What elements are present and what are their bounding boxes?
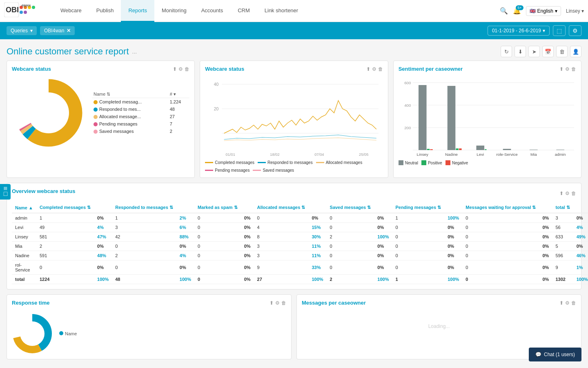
- settings-icon[interactable]: ⚙: [178, 66, 183, 72]
- nav-accounts[interactable]: Accounts: [194, 0, 230, 22]
- cell-pending-pct: 100%: [444, 275, 462, 284]
- cell-responded: 2: [112, 251, 176, 260]
- settings-icon[interactable]: ⚙: [565, 66, 570, 72]
- col-waiting[interactable]: Messages waiting for approval ⇅: [462, 202, 539, 213]
- upload-icon[interactable]: ⬆: [559, 66, 564, 72]
- col-pending[interactable]: Pending messages ⇅: [392, 202, 444, 213]
- settings-icon[interactable]: ⚙: [565, 300, 570, 306]
- cell-responded: 0: [112, 260, 176, 275]
- user-button[interactable]: 👤: [570, 46, 581, 57]
- cell-waiting-pct: 0%: [539, 260, 552, 275]
- col-total[interactable]: total ⇅: [552, 202, 573, 213]
- card-title: Webcare status: [12, 66, 51, 72]
- legend-dot: [94, 130, 98, 134]
- delete-button[interactable]: 🗑: [556, 46, 568, 57]
- cell-pending: 0: [392, 223, 444, 232]
- active-filter-label: OBI4wan: [44, 28, 64, 34]
- cell-name: Mia: [12, 242, 36, 251]
- search-button[interactable]: 🔍: [500, 7, 508, 15]
- card-header: Webcare status ⬆ ⚙ 🗑: [205, 66, 383, 72]
- col-allocated[interactable]: Allocated messages ⇅: [254, 202, 309, 213]
- donut-chart: [12, 76, 85, 150]
- cell-pending: 1: [392, 213, 444, 223]
- more-options-dots[interactable]: ...: [132, 48, 137, 55]
- delete-icon[interactable]: 🗑: [571, 66, 576, 72]
- cell-total: 3: [552, 213, 573, 223]
- active-filter-chip[interactable]: OBI4wan ✕: [40, 26, 75, 35]
- nav-webcare[interactable]: Webcare: [53, 0, 89, 22]
- settings-button[interactable]: ⚙: [569, 25, 581, 36]
- user-menu-button[interactable]: Linsey ▾: [566, 8, 584, 14]
- cell-waiting-pct: 0%: [539, 232, 552, 242]
- legend-color: [316, 162, 324, 163]
- settings-icon[interactable]: ⚙: [372, 66, 376, 72]
- cell-responded-pct: 0%: [176, 242, 194, 251]
- cell-allocated-pct: 15%: [308, 223, 326, 232]
- upload-icon[interactable]: ⬆: [173, 66, 177, 72]
- settings-icon[interactable]: ⚙: [565, 191, 570, 196]
- cell-total-pct: 1%: [573, 260, 588, 275]
- remove-filter-icon[interactable]: ✕: [67, 28, 71, 34]
- date-range-label: 01-1-2019 - 26-6-2019: [492, 28, 541, 34]
- nav-publish[interactable]: Publish: [89, 0, 121, 22]
- page-title: Online customer service report: [7, 46, 129, 57]
- col-saved[interactable]: Saved messages ⇅: [327, 202, 374, 213]
- cell-waiting-pct: 0%: [539, 242, 552, 251]
- refresh-button[interactable]: ↻: [501, 46, 512, 57]
- delete-icon[interactable]: 🗑: [571, 191, 576, 196]
- queries-filter[interactable]: Queries ▾: [7, 26, 37, 35]
- cell-total-pct: 49%: [573, 232, 588, 242]
- col-spam-pct: [241, 202, 254, 213]
- upload-icon[interactable]: ⬆: [270, 300, 274, 306]
- card-actions: ⬆ ⚙ 🗑: [559, 300, 576, 306]
- chat-button[interactable]: 💬 Chat (1 users): [529, 348, 581, 361]
- upload-icon[interactable]: ⬆: [559, 300, 564, 306]
- cell-responded: 3: [112, 223, 176, 232]
- col-responded[interactable]: Responded to messages ⇅: [112, 202, 176, 213]
- nav-link-shortener[interactable]: Link shortener: [257, 0, 305, 22]
- legend-item-value: 1.224: [168, 98, 190, 105]
- svg-point-6: [20, 11, 23, 14]
- upload-icon[interactable]: ⬆: [366, 66, 370, 72]
- export-button[interactable]: ⬚: [553, 25, 566, 36]
- col-completed[interactable]: Completed messages ⇅: [36, 202, 94, 213]
- delete-icon[interactable]: 🗑: [185, 66, 189, 72]
- cell-responded: 1: [112, 213, 176, 223]
- nav-reports[interactable]: Reports: [121, 0, 154, 22]
- sidebar-toggle[interactable]: ≡□: [0, 184, 11, 200]
- nav-crm[interactable]: CRM: [230, 0, 257, 22]
- cell-name: rol-Service: [12, 260, 36, 275]
- delete-icon[interactable]: 🗑: [571, 300, 576, 306]
- settings-icon[interactable]: ⚙: [275, 300, 280, 306]
- cell-saved: 2: [327, 232, 374, 242]
- share-button[interactable]: ➤: [528, 46, 540, 57]
- col-spam[interactable]: Marked as spam ⇅: [194, 202, 241, 213]
- col-name[interactable]: Name ▲: [12, 202, 36, 213]
- language-selector[interactable]: 🇬🇧 English ▾: [526, 6, 561, 16]
- top-cards-row: Webcare status ⬆ ⚙ 🗑: [0, 61, 588, 183]
- name-col-header[interactable]: Name ⇅: [92, 91, 168, 98]
- download-button[interactable]: ⬇: [514, 46, 526, 57]
- line-chart: 40 20 01/01 18/02 07/04 25/05: [205, 76, 383, 158]
- svg-text:01/01: 01/01: [226, 153, 235, 157]
- svg-rect-40: [530, 150, 538, 150]
- cell-pending: 0: [392, 232, 444, 242]
- notifications-button[interactable]: 🔔5+: [513, 7, 521, 15]
- upload-icon[interactable]: ⬆: [559, 191, 564, 196]
- cell-saved-pct: 100%: [374, 232, 392, 242]
- delete-icon[interactable]: 🗑: [378, 66, 383, 72]
- cell-pending-pct: 0%: [444, 232, 462, 242]
- svg-text:40: 40: [214, 82, 219, 87]
- legend-item-label: Allocated message...: [92, 113, 168, 120]
- nav-monitoring[interactable]: Monitoring: [154, 0, 194, 22]
- logo[interactable]: OBI 4WAN: [4, 2, 45, 19]
- delete-icon[interactable]: 🗑: [281, 300, 286, 306]
- svg-point-5: [32, 6, 35, 9]
- schedule-button[interactable]: 📅: [542, 46, 554, 57]
- legend-saved: Saved messages: [253, 168, 294, 173]
- legend-completed: Completed messages: [205, 160, 254, 165]
- cell-saved: 0: [327, 223, 374, 232]
- date-range-button[interactable]: 01-1-2019 - 26-6-2019 ▾: [488, 26, 550, 36]
- legend-dot: [94, 100, 98, 104]
- count-col-header[interactable]: # ▾: [168, 91, 190, 98]
